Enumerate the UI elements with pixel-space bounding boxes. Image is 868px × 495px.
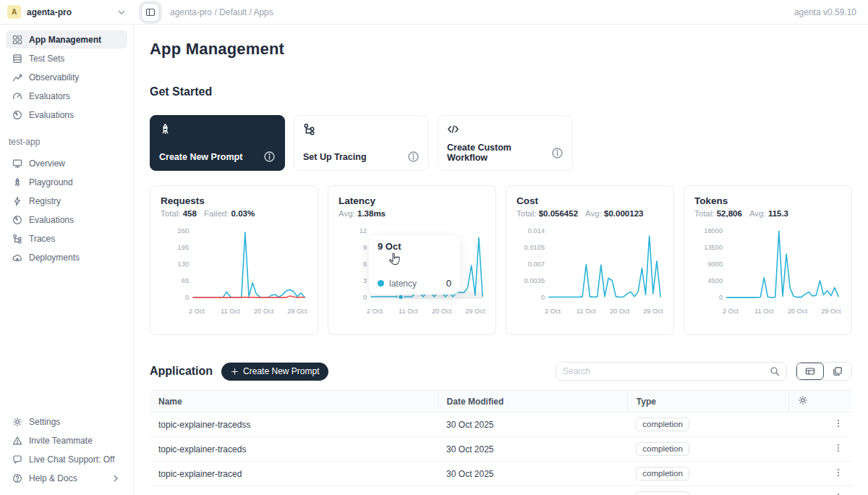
app-name: topic-explainer-tracedss	[150, 412, 438, 437]
svg-text:11 Oct: 11 Oct	[754, 308, 774, 315]
app-name: career-assessment	[150, 486, 438, 495]
sidebar-item-settings[interactable]: Settings	[6, 412, 127, 431]
chart-line-icon	[12, 72, 22, 82]
create-custom-workflow-card[interactable]: Create Custom Workflow	[438, 115, 573, 171]
get-started-cards: Create New Prompt Set Up Tracing Create …	[150, 115, 852, 171]
type-badge: completion	[636, 442, 689, 456]
tokens-line-chart[interactable]: 18000135009000450002 Oct11 Oct20 Oct29 O…	[694, 222, 843, 322]
card-label: Create Custom Workflow	[447, 143, 551, 163]
svg-text:20 Oct: 20 Oct	[432, 308, 452, 315]
svg-text:130: 130	[178, 261, 189, 268]
sidebar-item-test-sets[interactable]: Test Sets	[6, 49, 127, 67]
sidebar-item-label: Observability	[29, 72, 79, 82]
invite-icon	[12, 436, 22, 446]
table-row[interactable]: topic-explainer-tracedss 30 Oct 2025 com…	[150, 412, 852, 437]
svg-text:2 Oct: 2 Oct	[723, 308, 739, 315]
sidebar-item-help-docs[interactable]: Help & Docs	[6, 469, 127, 487]
trace-tree-icon	[12, 234, 22, 244]
svg-text:13500: 13500	[704, 244, 723, 251]
table-icon	[12, 54, 22, 64]
sidebar-item-registry[interactable]: Registry	[6, 192, 127, 210]
sidebar-item-label: App Management	[29, 35, 101, 45]
sidebar-item-evaluators[interactable]: Evaluators	[6, 87, 127, 105]
chart-stats: Total: $0.056452Avg: $0.000123	[516, 209, 663, 218]
app-date: 27 Oct 2025	[438, 486, 627, 495]
cursor-pointer-icon	[388, 253, 402, 267]
sidebar-item-playground[interactable]: Playground	[6, 173, 127, 191]
sidebar-item-app-management[interactable]: App Management	[6, 30, 127, 48]
sidebar-item-evaluations-app[interactable]: Evaluations	[6, 211, 127, 229]
help-icon	[12, 473, 22, 483]
table-row[interactable]: topic-explainer-traceds 30 Oct 2025 comp…	[150, 437, 852, 462]
sidebar-item-label: Playground	[29, 177, 73, 187]
search-input[interactable]	[563, 366, 770, 376]
workspace-avatar: A	[7, 5, 21, 19]
svg-text:0: 0	[541, 294, 545, 301]
get-started-heading: Get Started	[150, 85, 852, 98]
chart-stats: Total: 458Failed: 0.03%	[161, 209, 307, 218]
svg-text:0.014: 0.014	[528, 227, 545, 234]
chart-title: Tokens	[694, 195, 841, 206]
chart-title: Cost	[516, 195, 663, 206]
table-row[interactable]: topic-explainer-traced 30 Oct 2025 compl…	[150, 462, 852, 486]
type-badge: completion	[636, 491, 689, 495]
info-icon[interactable]	[551, 147, 563, 159]
requests-line-chart[interactable]: 2601951306502 Oct11 Oct20 Oct29 Oct	[161, 222, 309, 322]
set-up-tracing-card[interactable]: Set Up Tracing	[294, 115, 429, 171]
column-header-type[interactable]: Type	[627, 391, 788, 412]
sidebar-item-traces[interactable]: Traces	[6, 229, 127, 248]
column-header-name[interactable]: Name	[150, 391, 438, 412]
sidebar-item-deployments[interactable]: Deployments	[6, 248, 127, 266]
svg-text:2 Oct: 2 Oct	[367, 308, 383, 315]
sidebar: App Management Test Sets Observability E…	[0, 25, 134, 495]
create-new-prompt-card[interactable]: Create New Prompt	[150, 115, 285, 171]
info-icon[interactable]	[407, 151, 420, 163]
workspace-selector[interactable]: A agenta-pro	[0, 0, 134, 24]
svg-text:0.007: 0.007	[528, 261, 545, 268]
search-box	[556, 362, 787, 381]
table-row[interactable]: career-assessment 27 Oct 2025 completion	[150, 486, 852, 495]
series-dot	[378, 280, 384, 287]
cloud-upload-icon	[12, 253, 22, 263]
app-date: 30 Oct 2025	[438, 437, 627, 462]
row-actions-icon[interactable]	[833, 443, 843, 453]
rocket-icon	[159, 123, 171, 135]
chart-stats: Avg: 1.38ms	[339, 209, 485, 218]
plus-icon	[231, 368, 239, 376]
card-view-button[interactable]	[824, 363, 851, 380]
column-header-settings[interactable]	[789, 391, 852, 412]
app-name: topic-explainer-traced	[150, 462, 438, 486]
svg-text:2 Oct: 2 Oct	[189, 308, 205, 315]
column-header-date-modified[interactable]: Date Modified	[438, 391, 627, 412]
cost-line-chart[interactable]: 0.0140.01050.0070.003502 Oct11 Oct20 Oct…	[516, 222, 665, 322]
view-toggle	[796, 362, 852, 381]
latency-chart-card: Latency Avg: 1.38ms 1296302 Oct11 Oct20 …	[328, 185, 496, 335]
sidebar-item-observability[interactable]: Observability	[6, 68, 127, 86]
table-view-button[interactable]	[796, 363, 824, 380]
trace-tree-icon	[303, 123, 315, 135]
create-new-prompt-button[interactable]: Create New Prompt	[221, 363, 328, 381]
speedometer-icon	[12, 215, 22, 225]
row-actions-icon[interactable]	[833, 468, 843, 478]
metrics-charts: Requests Total: 458Failed: 0.03% 2601951…	[150, 185, 852, 335]
svg-text:3: 3	[363, 277, 367, 284]
svg-text:0: 0	[363, 294, 367, 301]
app-name: topic-explainer-traceds	[150, 437, 438, 462]
search-icon[interactable]	[770, 366, 780, 376]
sidebar-item-label: Settings	[29, 417, 60, 427]
svg-text:0: 0	[719, 294, 723, 301]
svg-text:2 Oct: 2 Oct	[545, 308, 561, 315]
sidebar-item-invite-teammate[interactable]: Invite Teammate	[6, 431, 127, 449]
type-badge: completion	[636, 467, 689, 481]
sidebar-item-evaluations[interactable]: Evaluations	[6, 106, 127, 124]
svg-text:11 Oct: 11 Oct	[576, 308, 596, 315]
sidebar-item-label: Live Chat Support: Off	[29, 454, 115, 465]
sidebar-item-live-chat[interactable]: Live Chat Support: Off	[6, 450, 127, 468]
sidebar-item-overview[interactable]: Overview	[6, 154, 127, 172]
gauge-icon	[12, 91, 22, 101]
info-icon[interactable]	[263, 151, 276, 163]
row-actions-icon[interactable]	[833, 492, 843, 495]
sidebar-toggle-button[interactable]	[141, 3, 160, 22]
row-actions-icon[interactable]	[833, 418, 843, 428]
card-label: Create New Prompt	[159, 152, 242, 162]
